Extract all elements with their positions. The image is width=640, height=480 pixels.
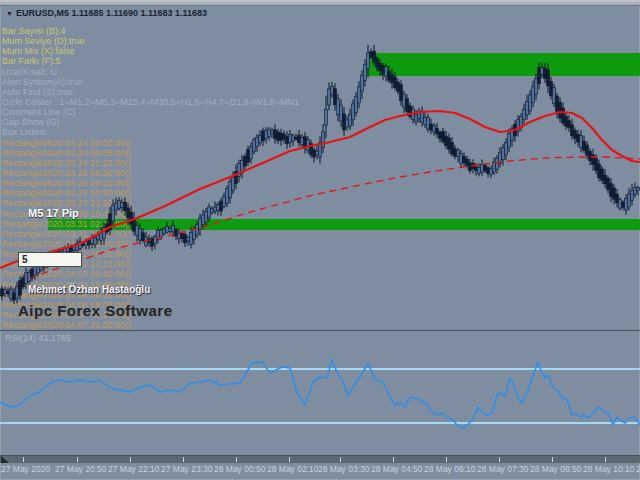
time-axis-label: 28 May 04:50 <box>371 464 423 474</box>
time-axis-label: 28 May 07:30 <box>477 464 529 474</box>
time-axis-tick <box>340 457 341 462</box>
step-label-box: 5 <box>18 252 82 267</box>
time-axis-label: 28 May 02:10 <box>267 464 319 474</box>
time-axis-tick <box>499 457 500 462</box>
pip-range-label: M5 17 Pip <box>28 207 79 219</box>
ma-slow-dashed-line <box>30 157 640 278</box>
time-axis-tick <box>23 457 24 462</box>
time-axis-tick <box>236 457 237 462</box>
time-axis-tick <box>552 457 553 462</box>
time-axis-tick <box>393 457 394 462</box>
watermark-software: Aipc Forex Software <box>18 302 173 319</box>
mt4-chart-window: ▼EURUSD,M5 1.11685 1.11690 1.11683 1.116… <box>0 0 640 480</box>
time-axis-tick <box>446 457 447 462</box>
time-axis-tick <box>183 457 184 462</box>
time-axis-label: 28 May 06:10 <box>424 464 476 474</box>
time-axis-label: 28 May 10:10 <box>583 464 635 474</box>
rsi-indicator-label: RSI(14) 41.1765 <box>5 333 71 343</box>
time-axis-tick <box>77 457 78 462</box>
scroll-position-marker-icon <box>1 456 9 463</box>
time-axis-label: 28 May 08:50 <box>530 464 582 474</box>
time-axis-tick <box>605 457 606 462</box>
time-axis-label: 27 May 2020 <box>1 464 50 474</box>
time-axis-tick <box>130 457 131 462</box>
time-axis-label: 27 May 22:10 <box>108 464 160 474</box>
watermark-author: Mehmet Özhan Hastaoğlu <box>28 284 150 295</box>
candlesticks <box>1 45 640 304</box>
rsi-line <box>0 360 640 428</box>
bottom-scroll-strip[interactable] <box>0 455 640 463</box>
time-axis-label: 28 May 03:30 <box>318 464 370 474</box>
time-axis-tick <box>289 457 290 462</box>
time-axis-label: 27 May 20:50 <box>55 464 107 474</box>
price-chart-canvas[interactable] <box>0 0 640 480</box>
time-axis-label: 27 May 23:30 <box>161 464 213 474</box>
time-axis-label: 28 <box>636 464 640 474</box>
time-axis-label: 28 May 00:50 <box>214 464 266 474</box>
